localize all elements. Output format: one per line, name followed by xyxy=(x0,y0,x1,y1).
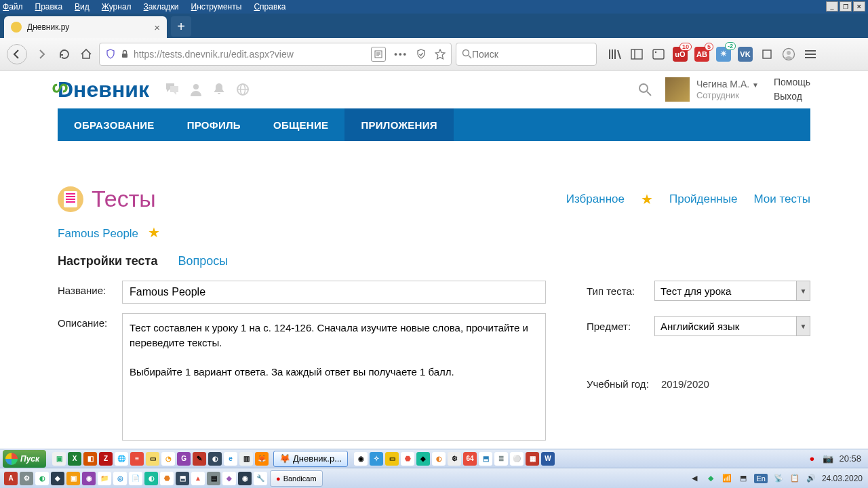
site-search-icon[interactable] xyxy=(638,83,652,96)
library-icon[interactable] xyxy=(608,47,623,62)
app-icon[interactable]: ▲ xyxy=(191,472,205,485)
home-button[interactable] xyxy=(77,45,95,63)
menu-tools[interactable]: Инструменты xyxy=(191,2,242,12)
menu-edit[interactable]: Правка xyxy=(35,2,63,12)
test-name-input[interactable] xyxy=(122,281,546,304)
app-icon[interactable]: ⬣ xyxy=(401,452,414,466)
messages-icon[interactable] xyxy=(165,83,179,96)
passed-link[interactable]: Пройденные xyxy=(669,192,737,206)
test-type-select[interactable]: Тест для урока ▼ xyxy=(654,281,810,301)
explorer-icon[interactable]: ▣ xyxy=(52,452,66,466)
minimize-button[interactable]: _ xyxy=(826,1,838,12)
browser-icon[interactable]: 🌐 xyxy=(115,452,128,466)
nav-apps[interactable]: ПРИЛОЖЕНИЯ xyxy=(344,108,454,141)
app-icon[interactable]: ▭ xyxy=(385,452,399,466)
sidebar-icon[interactable] xyxy=(629,47,644,62)
shield-icon[interactable] xyxy=(105,49,116,60)
record-icon[interactable]: ● xyxy=(806,453,817,464)
tray-clip-icon[interactable]: 📋 xyxy=(789,473,800,484)
tab-settings[interactable]: Настройки теста xyxy=(58,254,157,268)
back-button[interactable] xyxy=(7,44,27,64)
help-link[interactable]: Помощь xyxy=(774,75,810,89)
app-icon[interactable]: ⬣ xyxy=(160,472,174,485)
display-icon[interactable]: ▭ xyxy=(146,452,159,466)
tray-signal-icon[interactable]: 📡 xyxy=(773,473,784,484)
tab-questions[interactable]: Вопросы xyxy=(178,254,228,268)
app-icon[interactable]: ◧ xyxy=(83,452,97,466)
permissions-icon[interactable] xyxy=(416,49,427,60)
app-icon[interactable]: 📄 xyxy=(129,472,142,485)
hamburger-menu-icon[interactable] xyxy=(803,47,818,62)
app-icon[interactable]: ⬒ xyxy=(479,452,492,466)
reader-mode-icon[interactable] xyxy=(371,47,386,62)
ublock-icon[interactable]: uO10 xyxy=(673,47,688,62)
tray-bt-icon[interactable]: ⬒ xyxy=(738,473,749,484)
start-button[interactable]: Пуск xyxy=(3,450,46,468)
firefox-icon[interactable]: 🦊 xyxy=(255,452,269,466)
subject-select[interactable]: Английский язык ▼ xyxy=(654,316,810,336)
app-icon[interactable]: ◉ xyxy=(82,472,96,485)
nav-communication[interactable]: ОБЩЕНИЕ xyxy=(257,108,344,141)
search-input[interactable] xyxy=(472,49,591,60)
app-icon[interactable]: ◐ xyxy=(432,452,446,466)
profile-icon[interactable] xyxy=(190,83,202,96)
tray-expand-icon[interactable]: ◀ xyxy=(689,473,700,484)
camera-icon[interactable]: 📷 xyxy=(823,453,833,464)
ie-icon[interactable]: e xyxy=(224,452,237,466)
app-icon[interactable]: ▦ xyxy=(526,452,539,466)
user-block[interactable]: Чегина М.А. ▼ Сотрудник xyxy=(696,79,759,100)
search-box[interactable] xyxy=(456,43,597,66)
reload-button[interactable] xyxy=(56,45,73,63)
tray-antivirus-icon[interactable]: ◆ xyxy=(705,473,716,484)
app-icon[interactable]: ◐ xyxy=(35,472,49,485)
tab-close-icon[interactable]: × xyxy=(154,22,160,33)
app-icon[interactable]: ▣ xyxy=(66,472,80,485)
app-icon[interactable]: ◉ xyxy=(238,472,252,485)
app-icon[interactable]: ◆ xyxy=(51,472,64,485)
site-logo[interactable]: ᔕ Dневник xyxy=(58,77,149,102)
forward-button[interactable] xyxy=(31,44,52,64)
pocket-icon[interactable] xyxy=(651,47,666,62)
nav-education[interactable]: ОБРАЗОВАНИЕ xyxy=(58,108,171,141)
app-icon[interactable]: ◐ xyxy=(144,472,158,485)
bookmark-star-icon[interactable] xyxy=(435,49,446,60)
taskbar-item-bandicam[interactable]: ●Bandicam xyxy=(270,470,323,487)
more-icon[interactable]: ••• xyxy=(394,49,408,59)
app-icon[interactable]: 📁 xyxy=(98,472,111,485)
excel-icon[interactable]: X xyxy=(68,452,81,466)
globe-icon[interactable] xyxy=(236,83,250,96)
my-tests-link[interactable]: Мои тесты xyxy=(753,192,810,206)
app-icon[interactable]: ◆ xyxy=(416,452,430,466)
n64-icon[interactable]: 64 xyxy=(463,452,477,466)
app-icon[interactable]: ▥ xyxy=(239,452,253,466)
app-icon[interactable]: ◎ xyxy=(113,472,127,485)
app-icon[interactable]: ◔ xyxy=(161,452,175,466)
word-icon[interactable]: W xyxy=(541,452,555,466)
app-icon[interactable]: 🔧 xyxy=(254,472,267,485)
app-icon[interactable]: ⚪ xyxy=(510,452,524,466)
browser-tab[interactable]: Дневник.ру × xyxy=(4,16,167,38)
chrome-icon[interactable]: ◉ xyxy=(354,452,368,466)
taskbar-item-firefox[interactable]: 🦊Дневник.р... xyxy=(273,451,348,467)
unknown-icon[interactable]: ≡ xyxy=(130,452,144,466)
app-icon[interactable]: ✎ xyxy=(193,452,206,466)
breadcrumb[interactable]: Famous People xyxy=(58,227,138,240)
abp-icon[interactable]: AB5 xyxy=(694,47,709,62)
menu-help[interactable]: Справка xyxy=(254,2,285,12)
tray-network-icon[interactable]: 📶 xyxy=(722,473,732,484)
app-icon[interactable]: ◐ xyxy=(208,452,222,466)
nav-profile[interactable]: ПРОФИЛЬ xyxy=(171,108,257,141)
app-icon[interactable]: ◆ xyxy=(222,472,236,485)
app-icon[interactable]: ⚙ xyxy=(448,452,461,466)
vk-icon[interactable]: VK xyxy=(738,47,753,62)
msn-icon[interactable]: ✧ xyxy=(370,452,383,466)
menu-history[interactable]: Журнал xyxy=(102,2,132,12)
lock-icon[interactable] xyxy=(120,49,130,59)
address-bar[interactable]: ••• xyxy=(99,43,452,66)
app-icon[interactable]: ⬒ xyxy=(176,472,189,485)
test-desc-textarea[interactable] xyxy=(122,313,546,441)
app-icon[interactable]: A xyxy=(4,472,18,485)
app-icon[interactable]: ⚙ xyxy=(20,472,33,485)
avatar[interactable] xyxy=(665,77,690,102)
close-button[interactable]: ✕ xyxy=(853,1,865,12)
